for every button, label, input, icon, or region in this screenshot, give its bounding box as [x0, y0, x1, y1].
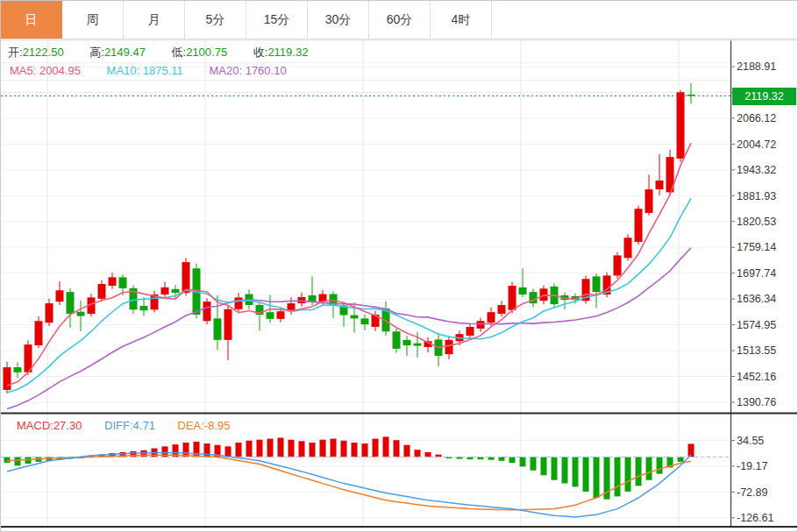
price-tick-2004.72: 2004.72 — [737, 138, 776, 151]
ma5-line — [7, 143, 691, 386]
price-tick-1452.16: 1452.16 — [737, 371, 776, 383]
price-tick-1513.55: 1513.55 — [737, 344, 776, 357]
macd-tick--19.17: -19.17 — [737, 460, 767, 472]
ma5-line — [7, 143, 691, 386]
candlestick-chart[interactable]: 2188.912127.512066.122004.721943.321881.… — [1, 1, 797, 531]
diff-label: DIFF: — [104, 419, 133, 432]
ma5-value: 2004.95 — [39, 64, 81, 77]
macd-tick--126.61: -126.61 — [737, 512, 773, 524]
price-tick-2066.12: 2066.12 — [737, 112, 776, 124]
tab-4时[interactable]: 4时 — [431, 1, 492, 39]
macd-label: MACD: — [17, 419, 53, 432]
dea-value: -8.95 — [204, 419, 231, 432]
price-tick-1881.93: 1881.93 — [737, 190, 776, 202]
trading-chart-app: 日周月5分15分30分60分4时 2188.912127.512066.1220… — [0, 0, 798, 532]
price-tick-1574.95: 1574.95 — [737, 319, 776, 331]
tab-5分[interactable]: 5分 — [185, 1, 246, 39]
tab-60分[interactable]: 60分 — [369, 1, 431, 39]
price-tick-1697.74: 1697.74 — [737, 267, 776, 280]
current-price-tag: 2119.32 — [732, 88, 796, 105]
candles — [4, 83, 695, 394]
ma20-label: MA20: — [209, 64, 242, 77]
ma-legend: MA5: 2004.95 MA10: 1875.11 MA20: 1760.10 — [10, 64, 310, 77]
open-label: 开: — [8, 46, 23, 59]
ma20-value: 1760.10 — [246, 64, 287, 77]
diff-value: 4.71 — [133, 419, 155, 432]
open-value: 2122.50 — [23, 46, 64, 59]
macd-tick-34.55: 34.55 — [737, 435, 764, 447]
ma10-label: MA10: — [107, 64, 140, 77]
close-value: 2119.32 — [267, 46, 308, 59]
price-tick-1820.53: 1820.53 — [737, 216, 776, 228]
price-tick-1759.14: 1759.14 — [737, 241, 776, 253]
low-value: 2100.75 — [186, 46, 227, 59]
ma20-line — [7, 248, 691, 409]
tab-月[interactable]: 月 — [124, 1, 185, 39]
macd-legend: MACD:27.30 DIFF:4.71 DEA:-8.95 — [17, 419, 253, 432]
price-tick-1943.32: 1943.32 — [737, 164, 776, 176]
high-value: 2149.47 — [104, 46, 146, 59]
macd-tick--72.89: -72.89 — [737, 486, 767, 499]
macd-value: 27.30 — [53, 419, 82, 432]
price-axis-labels: 2188.912127.512066.122004.721943.321881.… — [730, 60, 776, 408]
timeframe-tabs: 日周月5分15分30分60分4时 — [1, 1, 797, 39]
tab-日[interactable]: 日 — [1, 1, 62, 39]
tab-30分[interactable]: 30分 — [308, 1, 369, 39]
low-label: 低: — [172, 46, 187, 59]
price-tick-2188.91: 2188.91 — [737, 60, 776, 73]
ma10-value: 1875.11 — [143, 64, 183, 77]
close-label: 收: — [253, 46, 268, 59]
tab-15分[interactable]: 15分 — [246, 1, 308, 39]
tab-周[interactable]: 周 — [62, 1, 124, 39]
high-label: 高: — [89, 46, 104, 59]
macd-axis-labels: 34.55-19.17-72.89-126.61 — [730, 435, 773, 524]
macd-histogram — [4, 436, 695, 499]
ma20-line — [7, 248, 691, 409]
price-tick-1390.76: 1390.76 — [737, 396, 776, 408]
ma5-label: MA5: — [10, 64, 36, 77]
ohlc-legend: 开:2122.50 高:2149.47 低:2100.75 收:2119.32 — [8, 45, 331, 60]
dea-label: DEA: — [178, 419, 204, 432]
price-tick-1636.34: 1636.34 — [737, 293, 776, 305]
